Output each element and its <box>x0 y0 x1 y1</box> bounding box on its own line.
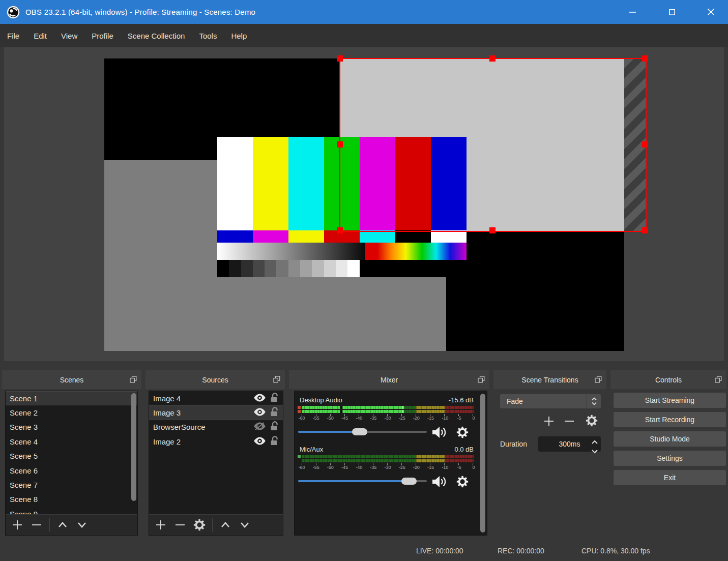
selection-handle[interactable] <box>337 141 343 147</box>
volume-slider[interactable] <box>298 478 427 485</box>
scenes-scrollbar[interactable] <box>131 393 136 501</box>
source-item-image-3[interactable]: Image 3 <box>149 405 283 420</box>
volume-slider-handle[interactable] <box>401 478 417 485</box>
lock-open-icon[interactable] <box>270 393 279 404</box>
source-properties-button[interactable] <box>190 517 209 533</box>
remove-scene-button[interactable] <box>27 517 46 533</box>
scene-item-2[interactable]: Scene 2 <box>6 405 137 420</box>
source-name: Image 3 <box>153 408 181 417</box>
remove-transition-button[interactable] <box>563 415 575 429</box>
menu-view[interactable]: View <box>54 24 84 47</box>
scene-item-8[interactable]: Scene 8 <box>6 492 137 507</box>
selection-handle[interactable] <box>642 227 648 233</box>
colorbar-gradient-row <box>217 243 467 260</box>
remove-source-button[interactable] <box>170 517 190 533</box>
move-source-up-button[interactable] <box>216 517 235 533</box>
mixer-scrollbar[interactable] <box>480 394 485 533</box>
channel-db-value: -15.6 dB <box>449 396 474 404</box>
lock-open-icon[interactable] <box>270 407 279 419</box>
menu-profile[interactable]: Profile <box>84 24 121 47</box>
status-bar: LIVE: 00:00:00 REC: 00:00:00 CPU: 0.8%, … <box>0 539 728 561</box>
controls-panel-title: Controls <box>655 376 682 384</box>
clip-indicator <box>298 406 301 409</box>
channel-settings-gear-icon[interactable] <box>456 475 469 490</box>
scene-item-1[interactable]: Scene 1 <box>6 391 137 405</box>
popout-icon[interactable] <box>130 376 137 383</box>
duration-spinner[interactable] <box>588 436 601 452</box>
close-button[interactable] <box>695 0 726 24</box>
scene-item-3[interactable]: Scene 3 <box>6 420 137 434</box>
source-item-image-2[interactable]: Image 2 <box>149 434 283 449</box>
toolbar-separator <box>212 518 213 532</box>
add-scene-button[interactable] <box>8 517 27 533</box>
obs-logo-icon <box>7 6 20 19</box>
selection-rectangle[interactable] <box>339 58 647 232</box>
selection-handle[interactable] <box>642 141 648 147</box>
mute-speaker-icon[interactable] <box>431 475 447 490</box>
popout-icon[interactable] <box>273 376 280 383</box>
clip-indicator <box>298 455 301 458</box>
menu-scene-collection[interactable]: Scene Collection <box>121 24 192 47</box>
maximize-button[interactable] <box>656 0 688 24</box>
add-transition-button[interactable] <box>543 415 555 429</box>
add-source-button[interactable] <box>151 517 170 533</box>
transitions-panel-title: Scene Transitions <box>521 376 578 384</box>
channel-db-value: 0.0 dB <box>454 446 474 453</box>
source-item-image-4[interactable]: Image 4 <box>149 391 283 405</box>
lock-open-icon[interactable] <box>270 436 279 448</box>
channel-settings-gear-icon[interactable] <box>456 426 469 441</box>
popout-icon[interactable] <box>715 376 722 383</box>
selection-handle[interactable] <box>337 55 343 62</box>
visibility-eye-icon[interactable] <box>254 394 266 403</box>
move-source-down-button[interactable] <box>235 517 254 533</box>
live-time: LIVE: 00:00:00 <box>416 547 463 555</box>
selection-handle[interactable] <box>337 227 343 233</box>
minimize-button[interactable] <box>617 0 648 24</box>
mute-speaker-icon[interactable] <box>431 426 447 441</box>
menu-tools[interactable]: Tools <box>192 24 224 47</box>
sources-toolbar <box>149 514 283 535</box>
cpu-fps-stats: CPU: 0.8%, 30.00 fps <box>581 547 650 555</box>
volume-slider-handle[interactable] <box>352 428 367 435</box>
menu-help[interactable]: Help <box>224 24 254 47</box>
scenes-list: Scene 1Scene 2Scene 3Scene 4Scene 5Scene… <box>6 391 137 515</box>
popout-icon[interactable] <box>478 376 485 383</box>
scene-item-6[interactable]: Scene 6 <box>6 463 137 478</box>
selection-handle[interactable] <box>489 227 496 233</box>
combo-spinner-icon[interactable] <box>587 394 601 408</box>
clip-indicator <box>298 410 301 413</box>
visibility-eye-icon[interactable] <box>254 408 266 418</box>
mixer-panel-header: Mixer <box>289 370 489 389</box>
source-item-browsersource[interactable]: BrowserSource <box>149 420 283 434</box>
scenes-toolbar <box>6 514 137 535</box>
popout-icon[interactable] <box>595 376 602 383</box>
move-scene-down-button[interactable] <box>72 517 92 533</box>
sources-panel: Image 4Image 3BrowserSourceImage 2 <box>149 391 283 536</box>
transition-select[interactable]: Fade <box>500 394 601 408</box>
meter-scale: -60-55-50-45-40-35-30-25-20-15-10-50 <box>302 414 474 421</box>
transition-properties-button[interactable] <box>585 414 598 429</box>
scene-item-5[interactable]: Scene 5 <box>6 449 137 463</box>
visibility-eye-icon[interactable] <box>254 437 266 447</box>
scene-item-7[interactable]: Scene 7 <box>6 478 137 492</box>
source-name: Image 4 <box>153 394 181 403</box>
lock-open-icon[interactable] <box>270 421 279 433</box>
volume-slider[interactable] <box>298 428 427 435</box>
clip-indicator <box>298 459 301 462</box>
move-scene-up-button[interactable] <box>53 517 72 533</box>
rec-time: REC: 00:00:00 <box>498 547 544 555</box>
duration-up-icon[interactable] <box>591 437 598 447</box>
title-bar[interactable]: OBS 23.2.1 (64-bit, windows) - Profile: … <box>0 0 728 24</box>
studio-mode-button[interactable]: Studio Mode <box>614 431 726 447</box>
settings-button[interactable]: Settings <box>614 451 726 466</box>
menu-edit[interactable]: Edit <box>26 24 54 47</box>
menu-file[interactable]: File <box>0 24 26 47</box>
selection-handle[interactable] <box>642 55 648 62</box>
exit-button[interactable]: Exit <box>614 470 726 485</box>
scene-item-4[interactable]: Scene 4 <box>6 434 137 449</box>
duration-down-icon[interactable] <box>591 447 598 456</box>
start-streaming-button[interactable]: Start Streaming <box>614 393 726 408</box>
visibility-eye-slash-icon[interactable] <box>254 422 266 432</box>
start-recording-button[interactable]: Start Recording <box>614 412 726 427</box>
selection-handle[interactable] <box>489 55 496 62</box>
